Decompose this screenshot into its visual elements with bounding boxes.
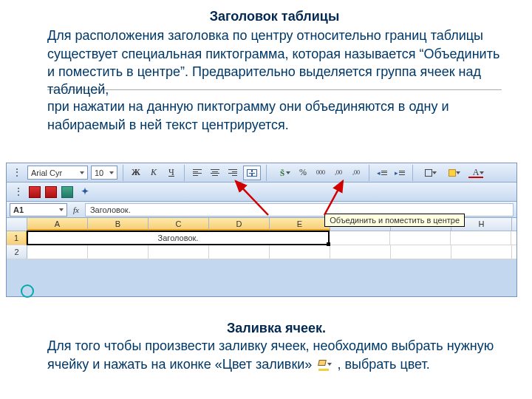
align-right-button[interactable] xyxy=(225,166,240,180)
bullet-icon xyxy=(21,284,34,298)
cell[interactable] xyxy=(330,245,391,259)
cell[interactable] xyxy=(451,245,512,259)
section-title: Заголовок таблицы xyxy=(47,7,502,25)
row-header[interactable]: 2 xyxy=(7,245,27,259)
divider-line xyxy=(47,89,502,90)
name-box-value: A1 xyxy=(13,205,24,214)
fill-color-icon xyxy=(317,359,332,371)
fx-label[interactable]: fx xyxy=(73,205,79,214)
percent-button[interactable]: % xyxy=(296,166,310,180)
borders-icon xyxy=(425,169,432,177)
merge-center-tooltip: Объединить и поместить в центре xyxy=(324,214,465,227)
formatting-toolbar: ⋮ Arial Cyr 10 Ж К Ч Š % 000 ,00 ,00 ◂ ▸… xyxy=(7,163,516,183)
font-size-value: 10 xyxy=(95,168,103,177)
pdf-settings-icon[interactable]: ✦ xyxy=(78,185,92,200)
excel-screenshot: ⋮ Arial Cyr 10 Ж К Ч Š % 000 ,00 ,00 ◂ ▸… xyxy=(6,163,517,297)
currency-button[interactable]: Š xyxy=(272,166,293,180)
intro-paragraph-2: при нажатии на данную пиктограмму они об… xyxy=(47,98,502,134)
pdf-export-icon[interactable] xyxy=(29,186,41,198)
cell[interactable] xyxy=(451,231,511,245)
cell[interactable] xyxy=(209,245,270,259)
font-color-button[interactable]: A xyxy=(466,166,486,180)
column-header[interactable]: A xyxy=(27,218,88,231)
fill-bucket-icon xyxy=(449,169,456,177)
toolbar-grip-icon: ⋮ xyxy=(10,166,24,180)
table-row: 1 Заголовок. xyxy=(7,231,516,245)
fill-section: Заливка ячеек. Для того чтобы произвести… xyxy=(47,319,505,373)
cell[interactable] xyxy=(330,231,390,245)
merge-center-button[interactable] xyxy=(243,166,261,180)
chevron-down-icon xyxy=(80,171,84,174)
name-box[interactable]: A1 xyxy=(10,203,67,216)
align-left-button[interactable] xyxy=(190,166,205,180)
fill-paragraph: Для того чтобы произвести заливку ячеек,… xyxy=(47,337,505,373)
borders-button[interactable] xyxy=(418,166,439,180)
align-center-button[interactable] xyxy=(208,166,222,180)
cell[interactable] xyxy=(27,245,88,259)
pdf-export-icon[interactable] xyxy=(45,186,57,198)
secondary-toolbar: ⋮ ✦ xyxy=(7,183,516,202)
fill-color-button[interactable] xyxy=(442,166,463,180)
font-name-dropdown[interactable]: Arial Cyr xyxy=(27,166,88,180)
column-header[interactable]: D xyxy=(209,218,270,231)
merged-title-cell[interactable]: Заголовок. xyxy=(27,231,330,245)
cell[interactable] xyxy=(391,245,451,259)
cell[interactable] xyxy=(149,245,209,259)
increase-decimal-button[interactable]: ,00 xyxy=(331,166,346,180)
column-header[interactable]: B xyxy=(88,218,149,231)
underline-button[interactable]: Ч xyxy=(164,166,179,180)
column-header[interactable]: C xyxy=(149,218,209,231)
column-header[interactable]: E xyxy=(270,218,330,231)
formula-bar-value: Заголовок. xyxy=(90,205,131,214)
intro-text-block: Заголовок таблицы Для расположения загол… xyxy=(47,7,502,134)
toolbar-grip-icon: ⋮ xyxy=(11,185,26,200)
intro-paragraph-1: Для расположения заголовка по центру отн… xyxy=(47,27,502,98)
comma-style-button[interactable]: 000 xyxy=(313,166,328,180)
pdf-mail-icon[interactable] xyxy=(61,186,73,198)
cell[interactable] xyxy=(270,245,330,259)
chevron-down-icon xyxy=(59,208,64,211)
decrease-decimal-button[interactable]: ,00 xyxy=(349,166,364,180)
font-size-dropdown[interactable]: 10 xyxy=(91,166,117,180)
font-name-value: Arial Cyr xyxy=(31,168,62,177)
increase-indent-button[interactable]: ▸ xyxy=(392,166,407,180)
table-row: 2 xyxy=(7,245,516,259)
cell[interactable] xyxy=(88,245,149,259)
cell[interactable] xyxy=(390,231,451,245)
italic-button[interactable]: К xyxy=(146,166,161,180)
decrease-indent-button[interactable]: ◂ xyxy=(375,166,389,180)
fill-section-title: Заливка ячеек. xyxy=(47,319,505,337)
merge-center-icon xyxy=(247,169,257,177)
chevron-down-icon xyxy=(109,171,114,174)
select-all-corner[interactable] xyxy=(7,218,27,231)
bold-button[interactable]: Ж xyxy=(129,166,143,180)
row-header[interactable]: 1 xyxy=(7,231,27,245)
